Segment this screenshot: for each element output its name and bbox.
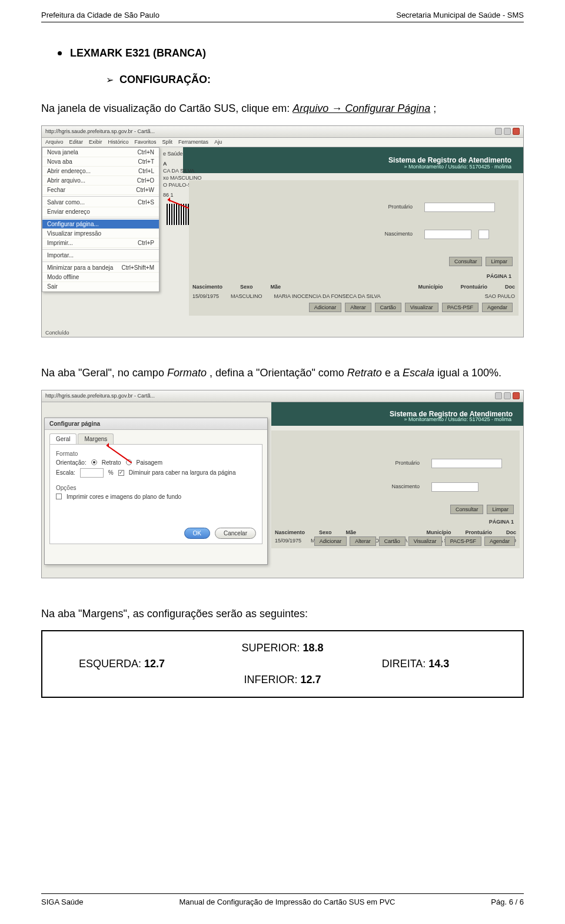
th: Mãe [271,284,281,290]
menu-item-selected[interactable]: Configurar página... [42,220,159,229]
input-nascimento[interactable] [424,230,471,239]
menu-item[interactable]: Abrir endereço...Ctrl+L [42,167,159,176]
adicionar-button[interactable]: Adicionar [314,536,347,546]
menu-item[interactable]: Nova janelaCtrl+N [42,148,159,157]
paragraph-2: Na aba "Geral", no campo Formato , defin… [41,365,524,382]
td: SAO PAULO [485,293,515,299]
menu-item[interactable]: Favoritos [135,139,157,145]
input-nascimento[interactable] [431,482,478,492]
status-text: Concluído [45,330,69,336]
shrink-label: Diminuir para caber na largura da página [129,469,236,476]
menu-item[interactable]: Modo offline [42,273,159,282]
form-panel: Prontuário Nascimento Consultar Limpar P… [189,180,519,316]
menu-item[interactable]: Sair [42,282,159,292]
intro-suffix: ; [433,102,436,114]
menu-item[interactable]: Aju [214,139,222,145]
browser-titlebar: http://hgris.saude.prefeitura.sp.gov.br … [42,126,523,138]
intro-prefix: Na janela de visualização do Cartão SUS,… [41,102,293,114]
menu-item[interactable]: Split [162,139,173,145]
menu-item[interactable]: Abrir arquivo...Ctrl+O [42,176,159,186]
dialog-pane: Formato Orientação: Retrato Paisagem Esc… [49,444,262,544]
section-title-row: LEXMARK E321 (BRANCA) [58,47,524,59]
agendar-button[interactable]: Agendar [484,536,515,546]
page-footer: SIGA Saúde Manual de Configuração de Imp… [41,893,524,906]
menu-item[interactable]: Exibir [89,139,102,145]
file-dropdown-menu[interactable]: Nova janelaCtrl+N Nova abaCtrl+T Abrir e… [42,147,159,292]
alterar-button[interactable]: Alterar [345,303,371,312]
tab-geral[interactable]: Geral [49,433,77,444]
header-left: Prefeitura da Cidade de São Paulo [41,11,159,19]
cartao-button[interactable]: Cartão [375,303,401,312]
label-nascimento: Nascimento [391,483,420,489]
consultar-button[interactable]: Consultar [449,257,483,266]
bottom-button-row: Adicionar Alterar Cartão Visualizar PACS… [309,303,513,312]
escala-pct: % [108,469,114,476]
agendar-button[interactable]: Agendar [482,303,513,312]
alterar-button[interactable]: Alterar [350,536,376,546]
menu-item[interactable]: Minimizar para a bandejaCtrl+Shift+M [42,263,159,273]
ok-button[interactable]: OK [184,528,210,539]
window-controls[interactable] [495,128,520,135]
menu-item[interactable]: Arquivo [45,139,64,145]
input-prontuario[interactable] [424,203,495,212]
menu-item[interactable]: FecharCtrl+W [42,186,159,195]
td: MARIA INOCENCIA DA FONSECA DA SILVA [274,293,381,299]
escala-input[interactable] [80,468,104,478]
window-controls[interactable] [495,392,520,399]
consultar-button[interactable]: Consultar [450,505,484,514]
label-nascimento: Nascimento [384,231,413,237]
section-title: LEXMARK E321 (BRANCA) [70,47,206,59]
inferior-cell: INFERIOR: 12.7 [207,674,358,686]
pacs-psf-button[interactable]: PACS-PSF [442,303,478,312]
form-panel-bg: Prontuário Nascimento Consultar Limpar P… [271,430,520,548]
direita-cell: DIREITA: 14.3 [358,658,510,670]
menu-item[interactable]: Visualizar impressão [42,229,159,239]
menu-item[interactable]: Importar... [42,251,159,260]
dialog-tabs: Geral Margens [49,433,267,444]
label-prontuario: Prontuário [388,204,413,210]
pagina-label: PÁGINA 1 [489,519,514,525]
th: Mãe [346,529,357,535]
bullet-icon [58,51,62,55]
browser-menubar[interactable]: Arquivo Editar Exibir Histórico Favorito… [42,138,523,147]
opcoes-row: Imprimir cores e imagens do plano de fun… [56,494,256,500]
system-title: Sistema de Registro de Atendimento [388,156,511,164]
menu-item[interactable]: Ferramentas [178,139,208,145]
radio-retrato[interactable] [91,459,97,465]
td: 15/09/1975 [192,293,219,299]
radio-paisagem-label: Paisagem [137,459,162,466]
menu-item[interactable]: Editar [69,139,84,145]
th: Doc [505,284,515,290]
visualizar-button[interactable]: Visualizar [408,536,442,546]
th: Município [426,529,451,535]
cancel-button[interactable]: Cancelar [215,528,256,539]
menu-item[interactable]: Imprimir...Ctrl+P [42,239,159,248]
menu-item[interactable]: Salvar como...Ctrl+S [42,198,159,207]
orientation-label: Orientação: [56,459,87,466]
th: Doc [506,529,516,535]
limpar-button[interactable]: Limpar [486,257,513,266]
browser-titlebar: http://hgris.saude.prefeitura.sp.gov.br … [42,390,523,402]
menu-item[interactable]: Histórico [108,139,129,145]
shrink-checkbox[interactable] [118,470,124,476]
superior-cell: SUPERIOR: 18.8 [207,642,358,654]
group-formato: Formato [56,451,256,457]
td: 15/09/1975 [275,538,301,544]
pacs-psf-button[interactable]: PACS-PSF [445,536,481,546]
visualizar-button[interactable]: Visualizar [405,303,438,312]
datepicker-icon[interactable] [478,230,489,239]
th: Nascimento [275,529,305,535]
orientation-row: Orientação: Retrato Paisagem [56,459,256,466]
adicionar-button[interactable]: Adicionar [309,303,342,312]
footer-right: Pág. 6 / 6 [491,897,524,906]
cartao-button[interactable]: Cartão [379,536,406,546]
bg-checkbox[interactable] [56,494,62,499]
pagina-label: PÁGINA 1 [487,273,511,279]
input-prontuario[interactable] [431,459,502,468]
screenshot-1: http://hgris.saude.prefeitura.sp.gov.br … [41,125,524,337]
limpar-button[interactable]: Limpar [487,505,514,514]
menu-item[interactable]: Enviar endereço [42,207,159,217]
th: Nascimento [192,284,222,290]
menu-item[interactable]: Nova abaCtrl+T [42,157,159,167]
escala-label: Escala: [56,469,75,476]
